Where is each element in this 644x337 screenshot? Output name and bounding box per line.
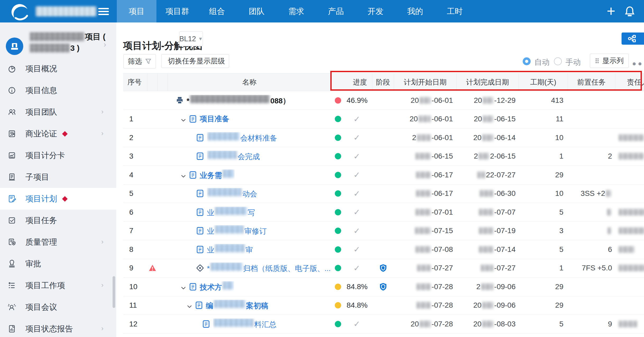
text-fragment: 2-06-15	[490, 152, 516, 160]
tab-工时[interactable]: 工时	[435, 0, 475, 22]
text-fragment: -06-01	[432, 115, 453, 123]
task-row[interactable]: 6业写✓-07-01-07-075	[123, 203, 644, 222]
menu-hamburger-icon[interactable]	[98, 6, 109, 16]
quality-icon	[7, 238, 16, 247]
name-cell: 会材料准备	[168, 128, 331, 147]
progress-dot-green	[335, 209, 341, 215]
sidebar-scrollbar-thumb[interactable]	[113, 276, 115, 308]
task-name-link[interactable]: 技术方	[200, 281, 234, 292]
baseline-select[interactable]: BL12 ▼	[179, 31, 203, 46]
redacted-text	[208, 188, 242, 196]
sidebar-item-项目状态报告[interactable]: 项目状态报告›	[0, 318, 116, 337]
task-name-link[interactable]: *归档（纸质版、电子版、...	[207, 262, 331, 274]
task-row[interactable]: 12料汇总✓20-07-2820-08-0359	[123, 315, 644, 334]
sidebar-item-项目工作项[interactable]: 项目工作项›	[0, 275, 116, 296]
task-row[interactable]: 2会材料准备✓2-06-0120-06-1410	[123, 128, 644, 147]
tab-我的[interactable]: 我的	[395, 0, 435, 22]
sidebar-item-项目任务[interactable]: 项目任务	[0, 210, 116, 231]
redacted-text	[479, 209, 493, 216]
notifications-bell-icon[interactable]	[624, 5, 636, 17]
project-printer-icon	[175, 96, 184, 105]
sidebar-item-子项目[interactable]: 子项目	[0, 166, 116, 188]
progress-cell: ✓	[331, 184, 372, 203]
schedule-auto-radio[interactable]	[523, 57, 531, 65]
task-row[interactable]: *088）46.9%20-06-0120-12-29413	[123, 91, 644, 110]
sidebar-item-商业论证[interactable]: 商业论证›	[0, 123, 116, 145]
check-icon: ✓	[341, 114, 372, 124]
brand-name-redacted	[36, 6, 96, 16]
filter-button[interactable]: 筛选	[123, 54, 156, 68]
text-fragment: 2	[474, 152, 478, 160]
expand-chevron-icon[interactable]	[187, 303, 192, 308]
sidebar-item-审批[interactable]: 审批	[0, 253, 116, 275]
task-row[interactable]: 4业务需✓-06-1722-07-2729	[123, 166, 644, 184]
task-name-link[interactable]: 业务需	[200, 169, 235, 181]
predecessor-cell	[568, 128, 615, 147]
expand-chevron-icon[interactable]	[181, 284, 186, 289]
task-row[interactable]: 10技术方84.8%-07-282-09-0629	[123, 278, 644, 296]
task-row[interactable]: 8业审✓-07-08-07-1456	[123, 240, 644, 259]
create-plus-icon[interactable]: +	[607, 4, 615, 19]
task-name-link[interactable]: 业写	[207, 207, 255, 218]
spacer-cell	[157, 110, 168, 128]
redacted-text	[482, 302, 493, 309]
expand-chevron-icon[interactable]	[181, 172, 186, 178]
progress-dot-green	[335, 172, 341, 178]
sidebar-item-label: 审批	[25, 258, 41, 269]
task-name-link[interactable]: 业审	[207, 244, 253, 255]
progress-cell: ✓	[331, 315, 372, 333]
tab-项目[interactable]: 项目	[117, 0, 156, 22]
report-icon	[7, 324, 16, 333]
redacted-text	[415, 246, 431, 253]
sidebar-item-label: 项目会议	[25, 302, 57, 313]
schedule-auto-label[interactable]: 自动	[534, 57, 550, 68]
redacted-text	[483, 116, 493, 122]
task-name-link[interactable]: 动会	[207, 188, 257, 199]
redacted-text	[479, 227, 493, 234]
stage-cell	[372, 147, 394, 166]
sidebar-item-项目计分卡[interactable]: 项目计分卡	[0, 145, 116, 166]
tab-产品[interactable]: 产品	[316, 0, 356, 22]
task-name-link[interactable]: 业审修订	[207, 225, 267, 236]
seq-cell: 2	[123, 128, 147, 147]
sidebar-item-项目计划[interactable]: 项目计划	[0, 188, 116, 210]
start-date-cell: 2-06-01	[394, 128, 457, 147]
task-name-link[interactable]: 会材料准备	[207, 132, 277, 143]
stage-cell	[372, 222, 394, 240]
progress-dot-yellow	[335, 302, 341, 308]
sidebar-item-项目团队[interactable]: 项目团队›	[0, 101, 116, 123]
tab-需求[interactable]: 需求	[276, 0, 316, 22]
task-row[interactable]: 5动会✓-06-17-06-30103SS +2	[123, 184, 644, 203]
tab-项目群[interactable]: 项目群	[157, 0, 197, 22]
sidebar-item-项目概况[interactable]: 项目概况	[0, 58, 116, 80]
task-name-link[interactable]: 编案初稿	[206, 300, 268, 311]
task-level-dropdown[interactable]: 切换任务显示层级 ▼	[161, 54, 229, 68]
red-diamond-badge	[62, 131, 68, 137]
schedule-manual-label[interactable]: 手动	[566, 57, 581, 68]
expand-chevron-icon[interactable]	[181, 116, 186, 122]
start-date-cell: -07-28	[394, 296, 457, 315]
task-name-link[interactable]: 料汇总	[213, 318, 276, 330]
task-row[interactable]: 1项目准备✓20-06-0120-06-1511	[123, 110, 644, 129]
show-columns-button[interactable]: 显示列	[590, 54, 629, 68]
task-name-link[interactable]: 项目准备	[200, 114, 229, 124]
more-actions-icon[interactable]: ●●	[632, 59, 644, 68]
redacted-text	[208, 151, 237, 159]
duration-cell: 11	[519, 110, 568, 128]
name-cell: 技术方	[168, 278, 331, 296]
sidebar-item-项目信息[interactable]: 项目信息	[0, 80, 116, 101]
task-row[interactable]: 9*归档（纸质版、电子版、...✓-07-27-07-2717FS +5.0	[123, 259, 644, 278]
task-row[interactable]: 3会完成✓-06-1522-06-1512	[123, 147, 644, 166]
view-switch-button[interactable]	[622, 33, 644, 45]
schedule-manual-radio[interactable]	[554, 57, 562, 65]
tab-团队[interactable]: 团队	[237, 0, 276, 22]
tab-开发[interactable]: 开发	[356, 0, 395, 22]
task-name-link[interactable]: 会完成	[207, 151, 260, 162]
task-row[interactable]: 11编案初稿84.8%-07-2820-09-0629	[123, 296, 644, 315]
sidebar-item-质量管理[interactable]: 质量管理›	[0, 231, 116, 253]
funnel-icon	[145, 58, 152, 65]
task-row[interactable]: 7业审修订✓-07-15-07-193	[123, 222, 644, 241]
sidebar-item-项目会议[interactable]: 项目会议	[0, 296, 116, 318]
text-fragment: 2	[412, 133, 416, 142]
tab-组合[interactable]: 组合	[197, 0, 237, 22]
